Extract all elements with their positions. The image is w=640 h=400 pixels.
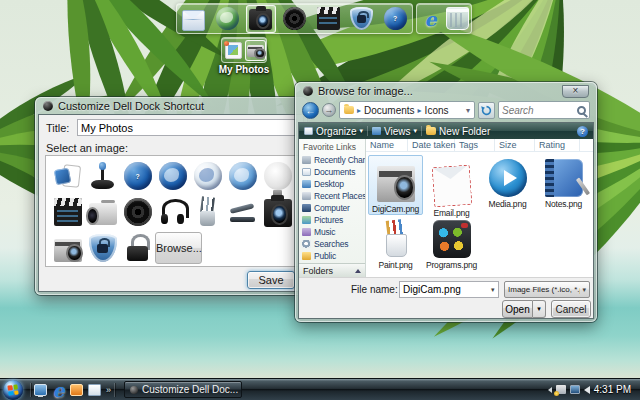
flyout-item-camera[interactable] xyxy=(245,40,266,61)
window-title: Browse for image... xyxy=(318,85,413,97)
sidebar-item-recent-places[interactable]: Recent Places xyxy=(299,190,365,202)
sidebar-item-music[interactable]: Music xyxy=(299,226,365,238)
file-grid: DigiCam.png Email.png Media.png Notes.pn… xyxy=(366,152,593,277)
dock-item-globe[interactable] xyxy=(212,5,242,33)
dock-item-movies[interactable] xyxy=(313,5,343,33)
grid-item-security-shield[interactable] xyxy=(85,230,120,266)
save-button[interactable]: Save xyxy=(247,271,295,289)
grid-item-compact-camera[interactable] xyxy=(50,230,85,266)
browse-button[interactable]: Browse... xyxy=(155,232,202,264)
column-rating[interactable]: Rating xyxy=(535,139,580,151)
sidebar-item-computer[interactable]: Computer xyxy=(299,202,365,214)
help-button[interactable] xyxy=(577,126,588,137)
sidebar-item-documents[interactable]: Documents xyxy=(299,166,365,178)
grid-item-dice-cards[interactable] xyxy=(50,158,85,194)
views-menu[interactable]: Views ▾ xyxy=(372,126,417,137)
stapler-icon xyxy=(229,198,257,226)
open-options-icon[interactable]: ▾ xyxy=(533,300,546,318)
grid-item-help-ball[interactable] xyxy=(120,158,155,194)
customize-dell-dock-shortcut-window: Customize Dell Dock Shortcut Title: Sele… xyxy=(35,97,307,295)
refresh-button[interactable] xyxy=(478,102,495,119)
dock-item-camera[interactable] xyxy=(246,5,276,33)
new-folder-button[interactable]: New Folder xyxy=(426,126,490,137)
sidebar-item-pictures[interactable]: Pictures xyxy=(299,214,365,226)
file-type-select[interactable]: Image Files (*.ico, *.png, *.jpg ▾ xyxy=(504,281,590,298)
file-media[interactable]: Media.png xyxy=(480,155,535,215)
photos-icon xyxy=(225,42,242,59)
views-icon xyxy=(372,127,381,135)
grid-item-speaker[interactable] xyxy=(120,194,155,230)
display-tray-icon[interactable] xyxy=(570,385,580,394)
file-paint[interactable]: Paint.png xyxy=(368,216,423,276)
file-digicam[interactable]: DigiCam.png xyxy=(368,155,423,215)
computer-icon xyxy=(302,204,311,212)
breadcrumb-separator: ▸ xyxy=(357,106,361,115)
address-dropdown-icon[interactable]: ▾ xyxy=(466,106,470,115)
grid-item-joystick[interactable] xyxy=(85,158,120,194)
file-email[interactable]: Email.png xyxy=(424,155,479,215)
volume-tray-icon[interactable] xyxy=(584,386,590,394)
dock-item-recycle-bin[interactable] xyxy=(444,5,471,33)
column-size[interactable]: Size xyxy=(495,139,535,151)
taskbar-button-customize[interactable]: Customize Dell Doc... xyxy=(124,381,242,398)
grid-item-camcorder[interactable] xyxy=(85,194,120,230)
grid-item-clapperboard[interactable] xyxy=(50,194,85,230)
grid-item-stapler[interactable] xyxy=(225,194,260,230)
chevron-down-icon: ▾ xyxy=(582,286,586,294)
sidebar-item-recently-changed[interactable]: Recently Changed xyxy=(299,154,365,166)
sidebar-item-public[interactable]: Public xyxy=(299,250,365,262)
search-input[interactable] xyxy=(502,105,575,116)
folders-expander[interactable]: Folders xyxy=(299,263,365,277)
customize-titlebar[interactable]: Customize Dell Dock Shortcut xyxy=(43,99,299,113)
file-notes[interactable]: Notes.png xyxy=(536,155,591,215)
dock-item-mail[interactable] xyxy=(179,5,209,33)
file-name-label: File name: xyxy=(351,284,398,295)
dock-item-internet-explorer[interactable] xyxy=(417,5,444,33)
document-app-icon[interactable] xyxy=(88,384,101,396)
grid-item-globe-blue[interactable] xyxy=(225,158,260,194)
browse-titlebar[interactable]: Browse for image... × xyxy=(303,84,589,98)
start-button[interactable] xyxy=(3,380,23,400)
dock-item-help[interactable] xyxy=(380,5,410,33)
close-button[interactable]: × xyxy=(562,85,589,98)
browse-for-image-window: Browse for image... × ← → ▸ Documents ▸ … xyxy=(295,82,597,322)
quick-launch-overflow[interactable]: » xyxy=(106,385,111,395)
grid-item-lightbulb[interactable] xyxy=(260,158,295,194)
dock-item-music[interactable] xyxy=(279,5,309,33)
back-button[interactable]: ← xyxy=(302,102,319,119)
organize-icon xyxy=(304,127,313,135)
compact-camera-icon xyxy=(54,239,82,262)
open-button[interactable]: Open xyxy=(502,300,533,318)
organize-menu[interactable]: Organize ▾ xyxy=(304,126,363,137)
title-field-input[interactable] xyxy=(77,119,297,136)
open-split-button[interactable]: Open ▾ xyxy=(502,300,546,318)
toolbar-divider xyxy=(421,126,422,136)
show-desktop-icon[interactable] xyxy=(34,384,47,396)
grid-item-globe-dark[interactable] xyxy=(155,158,190,194)
grid-item-globe-light[interactable] xyxy=(190,158,225,194)
sidebar-item-desktop[interactable]: Desktop xyxy=(299,178,365,190)
search-box xyxy=(498,101,590,119)
cancel-button[interactable]: Cancel xyxy=(551,300,591,318)
breadcrumb-icons[interactable]: Icons xyxy=(425,105,449,116)
grid-item-headphones[interactable] xyxy=(155,194,190,230)
sidebar-item-searches[interactable]: Searches xyxy=(299,238,365,250)
column-date-taken[interactable]: Date taken xyxy=(408,139,455,151)
breadcrumb-documents[interactable]: Documents xyxy=(364,105,415,116)
file-name-input[interactable] xyxy=(399,281,499,298)
network-tray-icon[interactable] xyxy=(556,385,566,394)
grid-item-dslr-camera[interactable] xyxy=(260,194,295,230)
internet-explorer-icon[interactable] xyxy=(52,383,65,397)
forward-button[interactable]: → xyxy=(322,103,336,117)
flyout-item-photos[interactable] xyxy=(223,40,244,61)
column-name[interactable]: Name xyxy=(366,139,408,151)
media-app-icon[interactable] xyxy=(70,384,83,396)
grid-item-pen-cup[interactable] xyxy=(190,194,225,230)
file-programs[interactable]: Programs.png xyxy=(424,216,479,276)
browse-client-area: Organize ▾ Views ▾ New Folder Favorite L… xyxy=(299,123,593,318)
dock-item-security[interactable] xyxy=(347,5,377,33)
file-name-dropdown-icon[interactable]: ▾ xyxy=(491,286,495,294)
tray-expand-icon[interactable] xyxy=(548,387,552,393)
grid-item-padlock[interactable] xyxy=(120,230,155,266)
column-tags[interactable]: Tags xyxy=(455,139,495,151)
